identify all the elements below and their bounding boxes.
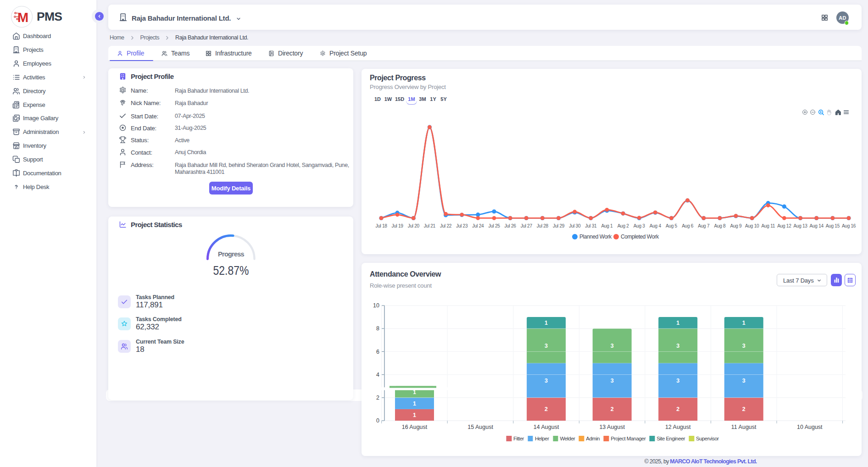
svg-text:6: 6 [376,349,379,355]
svg-text:2: 2 [545,406,548,412]
svg-text:Jul 22: Jul 22 [440,223,452,228]
svg-text:Aug 9: Aug 9 [730,223,742,228]
svg-text:Aug 4: Aug 4 [650,223,662,228]
svg-text:Jul 27: Jul 27 [521,223,533,228]
svg-text:15 August: 15 August [467,424,493,430]
svg-text:Aug 14: Aug 14 [810,223,824,228]
svg-text:1: 1 [545,320,548,326]
svg-text:Aug 1: Aug 1 [601,223,613,228]
svg-text:Jul 21: Jul 21 [424,223,436,228]
svg-text:Aug 11: Aug 11 [762,223,775,228]
svg-text:2: 2 [742,406,746,412]
svg-text:Aug 15: Aug 15 [826,223,840,228]
svg-text:Aug 7: Aug 7 [698,223,710,228]
svg-text:Jul 31: Jul 31 [585,223,597,228]
svg-text:Aug 12: Aug 12 [777,223,791,228]
svg-text:16 August: 16 August [402,424,428,430]
svg-text:3: 3 [742,343,746,349]
svg-text:1: 1 [676,320,679,326]
svg-text:M: M [17,10,28,25]
svg-text:Jul 30: Jul 30 [569,223,581,228]
svg-text:8: 8 [376,325,379,332]
svg-text:13 August: 13 August [599,424,625,430]
svg-text:Aug 3: Aug 3 [634,223,645,228]
svg-text:2: 2 [611,406,614,412]
svg-text:2: 2 [376,395,379,401]
svg-text:10 August: 10 August [797,424,823,430]
svg-text:3: 3 [611,378,614,384]
svg-text:3: 3 [676,378,679,384]
svg-text:14 August: 14 August [534,424,559,430]
svg-text:Aug 16: Aug 16 [842,223,856,228]
svg-text:Jul 19: Jul 19 [392,223,404,228]
svg-text:Aug 5: Aug 5 [666,223,678,228]
svg-text:Aug 8: Aug 8 [714,223,726,228]
svg-text:12 August: 12 August [665,424,691,430]
svg-text:1: 1 [413,400,416,407]
svg-text:Jul 23: Jul 23 [456,223,468,228]
svg-text:Aug 2: Aug 2 [618,223,629,228]
svg-text:11 August: 11 August [731,424,757,430]
svg-text:Jul 28: Jul 28 [537,223,549,228]
svg-text:3: 3 [742,378,746,384]
svg-text:0: 0 [376,417,379,424]
svg-text:10: 10 [373,302,379,309]
svg-text:Jul 18: Jul 18 [375,223,387,228]
svg-text:3: 3 [676,343,679,349]
svg-text:Jul 29: Jul 29 [553,223,565,228]
svg-text:Aug 13: Aug 13 [793,223,807,228]
svg-text:Aug 6: Aug 6 [682,223,694,228]
svg-text:4: 4 [376,372,379,378]
svg-text:3: 3 [611,343,614,349]
svg-text:52.87%: 52.87% [213,263,249,278]
svg-text:1: 1 [413,412,416,418]
svg-text:Aug 10: Aug 10 [745,223,759,228]
svg-text:3: 3 [545,378,548,384]
svg-text:3: 3 [545,343,548,349]
svg-text:Jul 25: Jul 25 [488,223,500,228]
svg-text:Jul 24: Jul 24 [472,223,484,228]
svg-text:Jul 20: Jul 20 [408,223,420,228]
svg-text:Jul 26: Jul 26 [505,223,517,228]
svg-text:2: 2 [676,406,679,412]
svg-text:1: 1 [742,320,746,326]
